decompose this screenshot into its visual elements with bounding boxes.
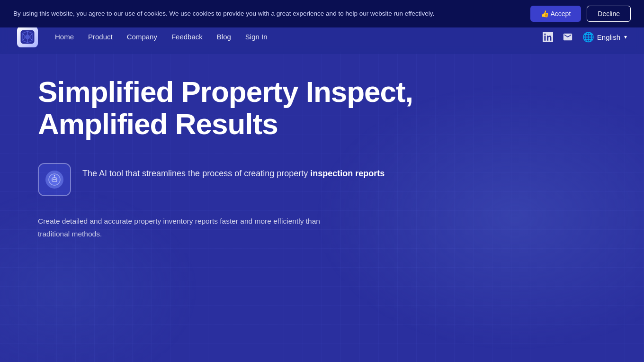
- nav-item-product[interactable]: Product: [88, 33, 113, 41]
- svg-point-11: [53, 179, 54, 180]
- nav-link-company[interactable]: Company: [127, 33, 157, 41]
- globe-icon: 🌐: [582, 31, 594, 43]
- cookie-banner: By using this website, you agree to our …: [0, 0, 644, 27]
- nav-link-home[interactable]: Home: [55, 33, 74, 41]
- feature-text-normal: The AI tool that streamlines the process…: [82, 169, 310, 178]
- svg-point-12: [55, 179, 56, 180]
- svg-point-1: [25, 35, 30, 39]
- linkedin-button[interactable]: [543, 32, 553, 42]
- nav-item-company[interactable]: Company: [127, 33, 157, 41]
- hero-title-line1: Simplified Property Inspect,: [38, 75, 413, 108]
- nav-item-home[interactable]: Home: [55, 33, 74, 41]
- language-label: English: [597, 33, 620, 41]
- feature-text-bold: inspection reports: [310, 169, 385, 178]
- hero-description: Create detailed and accurate property in…: [38, 215, 331, 240]
- nav-item-feedback[interactable]: Feedback: [171, 33, 203, 41]
- nav-link-product[interactable]: Product: [88, 33, 113, 41]
- nav-link-blog[interactable]: Blog: [217, 33, 231, 41]
- decline-button[interactable]: Decline: [587, 6, 631, 22]
- hero-feature-description: The AI tool that streamlines the process…: [82, 163, 385, 181]
- language-selector[interactable]: 🌐 English ▾: [582, 31, 627, 43]
- hero-section: Simplified Property Inspect, Amplified R…: [0, 0, 644, 362]
- nav-links: Home Product Company Feedback Blog Sign …: [55, 33, 268, 41]
- ai-icon: [45, 171, 63, 189]
- nav-link-feedback[interactable]: Feedback: [171, 33, 203, 41]
- hero-title: Simplified Property Inspect, Amplified R…: [38, 76, 426, 140]
- nav-left: Home Product Company Feedback Blog Sign …: [17, 27, 268, 47]
- nav-right: 🌐 English ▾: [543, 31, 627, 43]
- feature-icon-box: [38, 163, 71, 196]
- mail-icon: [563, 32, 573, 42]
- nav-link-signin[interactable]: Sign In: [245, 33, 268, 41]
- cookie-message: By using this website, you agree to our …: [13, 9, 521, 18]
- nav-item-signin[interactable]: Sign In: [245, 33, 268, 41]
- logo-icon: [17, 27, 38, 47]
- hero-feature: The AI tool that streamlines the process…: [38, 163, 388, 196]
- svg-point-14: [54, 175, 55, 176]
- accept-button[interactable]: 👍 Accept: [530, 6, 581, 22]
- logo[interactable]: [17, 27, 38, 47]
- linkedin-icon: [543, 32, 553, 42]
- robot-icon: [48, 173, 61, 186]
- chevron-down-icon: ▾: [624, 34, 627, 40]
- hero-title-line2: Amplified Results: [38, 108, 278, 140]
- mail-button[interactable]: [563, 32, 573, 42]
- cookie-actions: 👍 Accept Decline: [530, 6, 631, 22]
- nav-item-blog[interactable]: Blog: [217, 33, 231, 41]
